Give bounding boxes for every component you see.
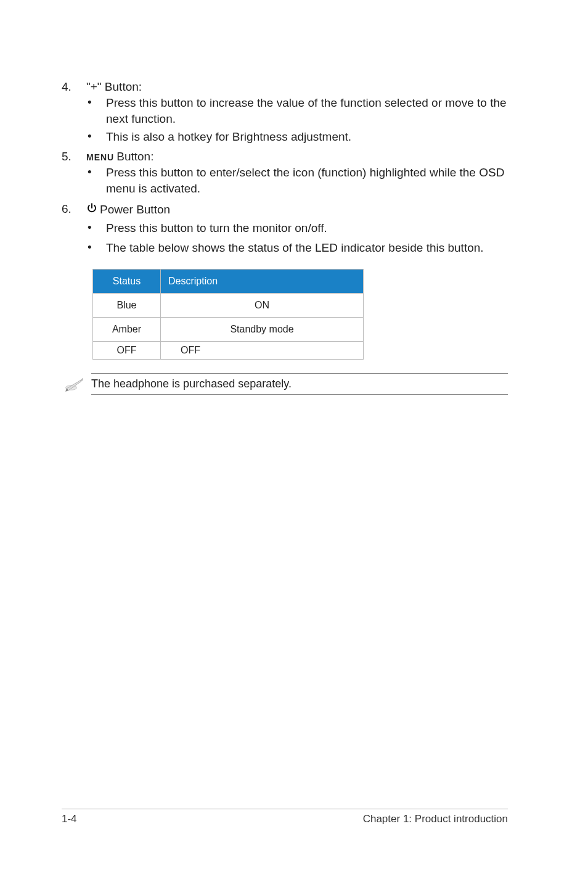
list-number: 4. bbox=[62, 80, 86, 147]
th-status: Status bbox=[93, 270, 161, 294]
list-item-6: 6. Power Button • Press this button to t… bbox=[62, 202, 508, 258]
list-item-4: 4. "+" Button: • Press this button to in… bbox=[62, 80, 508, 147]
title-text: "+" Button: bbox=[86, 80, 142, 94]
sub-bullets: • Press this button to increase the valu… bbox=[86, 95, 508, 145]
list-content: MENU Button: • Press this button to ente… bbox=[86, 150, 508, 199]
table-row: Amber Standby mode bbox=[93, 318, 364, 342]
bullet-text: The table below shows the status of the … bbox=[106, 240, 508, 256]
power-icon bbox=[86, 202, 97, 217]
footer-chapter: Chapter 1: Product introduction bbox=[363, 813, 508, 825]
page-content: 4. "+" Button: • Press this button to in… bbox=[0, 0, 588, 400]
list-number: 6. bbox=[62, 202, 86, 258]
sub-bullet: • Press this button to increase the valu… bbox=[86, 95, 508, 126]
table-row: OFF OFF bbox=[93, 342, 364, 360]
list-title: "+" Button: bbox=[86, 80, 508, 94]
td-description: OFF bbox=[161, 342, 364, 360]
bullet-text: Press this button to turn the monitor on… bbox=[106, 220, 508, 236]
td-description: ON bbox=[161, 294, 364, 318]
footer-rule bbox=[62, 809, 508, 809]
led-status-table: Status Description Blue ON Amber Standby… bbox=[92, 269, 364, 360]
table-row: Blue ON bbox=[93, 294, 364, 318]
table-header-row: Status Description bbox=[93, 270, 364, 294]
menu-label-bold: MENU bbox=[86, 152, 114, 162]
td-status: Amber bbox=[93, 318, 161, 342]
td-status: OFF bbox=[93, 342, 161, 360]
note-icon bbox=[62, 373, 91, 400]
sub-bullet: • Press this button to enter/select the … bbox=[86, 165, 508, 196]
list-item-5: 5. MENU Button: • Press this button to e… bbox=[62, 150, 508, 199]
bullet-text: Press this button to increase the value … bbox=[106, 95, 508, 126]
sub-bullet: • This is also a hotkey for Brightness a… bbox=[86, 129, 508, 145]
note-row: The headphone is purchased separately. bbox=[62, 373, 508, 400]
td-description: Standby mode bbox=[161, 318, 364, 342]
led-status-table-wrap: Status Description Blue ON Amber Standby… bbox=[92, 269, 508, 360]
bullet-dot: • bbox=[86, 220, 106, 236]
list-content: Power Button • Press this button to turn… bbox=[86, 202, 508, 258]
note-text: The headphone is purchased separately. bbox=[91, 377, 292, 390]
bullet-dot: • bbox=[86, 95, 106, 126]
td-status: Blue bbox=[93, 294, 161, 318]
sub-bullets: • Press this button to turn the monitor … bbox=[86, 220, 508, 255]
title-text: Power Button bbox=[100, 203, 170, 217]
list-number: 5. bbox=[62, 150, 86, 199]
page-footer: 1-4 Chapter 1: Product introduction bbox=[0, 809, 588, 825]
bullet-dot: • bbox=[86, 129, 106, 145]
list-title: MENU Button: bbox=[86, 150, 508, 163]
bullet-text: This is also a hotkey for Brightness adj… bbox=[106, 129, 508, 145]
bullet-dot: • bbox=[86, 165, 106, 196]
th-description: Description bbox=[161, 270, 364, 294]
sub-bullets: • Press this button to enter/select the … bbox=[86, 165, 508, 196]
bullet-text: Press this button to enter/select the ic… bbox=[106, 165, 508, 196]
title-text: Button: bbox=[116, 150, 153, 163]
footer-page-number: 1-4 bbox=[62, 813, 77, 825]
list-title: Power Button bbox=[86, 202, 508, 217]
sub-bullet: • Press this button to turn the monitor … bbox=[86, 220, 508, 236]
bullet-dot: • bbox=[86, 240, 106, 256]
note-box: The headphone is purchased separately. bbox=[91, 373, 508, 395]
footer-row: 1-4 Chapter 1: Product introduction bbox=[62, 813, 508, 825]
sub-bullet: • The table below shows the status of th… bbox=[86, 240, 508, 256]
list-content: "+" Button: • Press this button to incre… bbox=[86, 80, 508, 147]
